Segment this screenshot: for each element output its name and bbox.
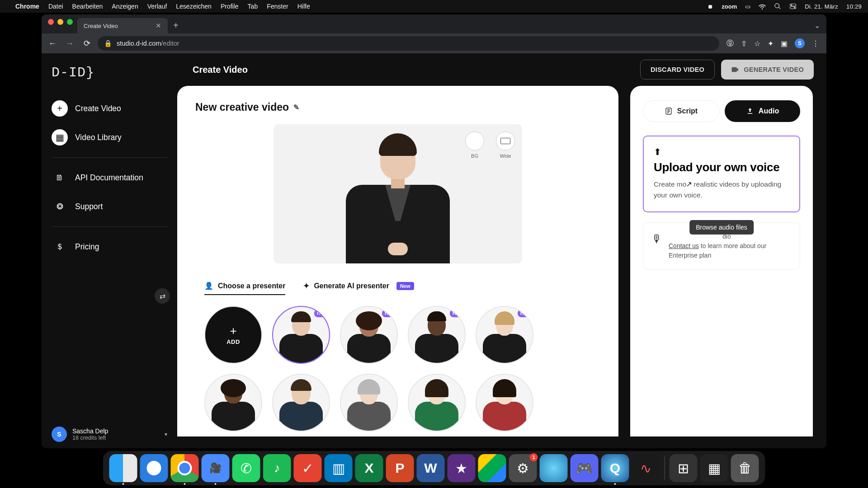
zoom-status[interactable]: zoom (722, 3, 737, 10)
translate-icon[interactable]: ⓖ (726, 39, 734, 48)
dock-chrome[interactable] (171, 454, 199, 482)
dock-word[interactable]: W (417, 454, 445, 482)
dock-launchpad[interactable]: ▦ (700, 454, 728, 482)
dock-trash[interactable]: 🗑 (731, 454, 759, 482)
dock-whatsapp[interactable]: ✆ (232, 454, 260, 482)
user-name: Sascha Delp (72, 427, 108, 435)
app-logo[interactable]: D-ID} (42, 63, 177, 94)
wifi-icon[interactable] (759, 3, 766, 10)
control-center-icon[interactable] (789, 3, 797, 10)
tab-close-button[interactable]: ✕ (156, 22, 161, 30)
edit-title-icon[interactable]: ✎ (293, 103, 299, 112)
presenter-option[interactable]: HQ (476, 306, 533, 364)
menubar-item-fenster[interactable]: Fenster (267, 3, 288, 10)
mouse-cursor-icon (686, 179, 693, 187)
menubar-item-tab[interactable]: Tab (248, 3, 258, 10)
sidebar-toggle-button[interactable]: ⇄ (155, 288, 170, 304)
battery-icon[interactable]: ▭ (745, 3, 750, 10)
presenter-option[interactable]: HQ (272, 306, 330, 364)
dock-imovie[interactable]: ★ (448, 454, 476, 482)
contact-us-link[interactable]: Contact us (669, 242, 699, 249)
sidebar-item-label: API Documentation (75, 173, 143, 183)
background-picker[interactable]: BG (465, 131, 484, 159)
tab-generate-ai-presenter[interactable]: ✦ Generate AI presenter New (303, 277, 414, 295)
menubar-item-lesezeichen[interactable]: Lesezeichen (176, 3, 212, 10)
tab-overflow-button[interactable]: ⌄ (808, 21, 826, 33)
project-title[interactable]: New creative video (195, 101, 289, 113)
presenter-option[interactable]: HQ (340, 306, 398, 364)
aspect-wide-button[interactable]: Wide (496, 131, 515, 159)
menubar-item-profile[interactable]: Profile (221, 3, 239, 10)
profile-avatar[interactable]: S (795, 38, 805, 48)
dock-audio-app[interactable]: ∿ (632, 454, 660, 482)
upload-title: Upload your own voice (654, 161, 789, 174)
add-presenter-button[interactable]: + ADD (204, 306, 262, 364)
dock-app-generic-blue[interactable] (540, 454, 568, 482)
upload-voice-card[interactable]: ⬆︎ Upload your own voice Create morealis… (643, 136, 800, 212)
script-tab-button[interactable]: Script (643, 100, 719, 122)
tab-choose-presenter[interactable]: 👤 Choose a presenter (204, 277, 285, 295)
presenter-option[interactable] (204, 374, 262, 432)
new-badge: New (396, 282, 414, 290)
dock-trello[interactable]: ▥ (325, 454, 353, 482)
presenter-option[interactable]: HQ (408, 306, 466, 364)
sidebar-user-menu[interactable]: S Sascha Delp 18 credits left ▾ (52, 427, 167, 442)
presenter-option[interactable] (272, 374, 330, 432)
browser-tab[interactable]: Create Video ✕ (77, 18, 168, 33)
dock-calculator[interactable]: ⊞ (670, 454, 698, 482)
dock-powerpoint[interactable]: P (386, 454, 414, 482)
search-icon[interactable] (774, 3, 781, 10)
menubar-item-hilfe[interactable]: Hilfe (297, 3, 310, 10)
window-minimize-button[interactable] (57, 19, 63, 25)
share-icon[interactable]: ⇧ (741, 39, 747, 48)
sidebar-item-pricing[interactable]: ＄ Pricing (42, 232, 177, 261)
script-icon (665, 107, 673, 115)
dock-safari[interactable] (140, 454, 168, 482)
dock-spotify[interactable]: ♪ (263, 454, 291, 482)
discard-video-button[interactable]: DISCARD VIDEO (640, 60, 715, 80)
menubar-item-anzeigen[interactable]: Anzeigen (112, 3, 138, 10)
reload-button[interactable]: ⟳ (80, 38, 93, 48)
back-button[interactable]: ← (46, 39, 59, 48)
clone-voice-card[interactable]: Browse audio files 🎙︎ xxxxxxxxxxxxxxxxxd… (643, 222, 800, 270)
presenter-option[interactable] (476, 374, 533, 432)
dock-todoist[interactable]: ✓ (294, 454, 322, 482)
screen-record-icon[interactable]: ⏺ (708, 3, 713, 10)
audio-tab-button[interactable]: Audio (725, 100, 800, 122)
dock-quicktime[interactable]: Q (601, 454, 629, 482)
window-close-button[interactable] (48, 19, 54, 25)
sidebar-divider (52, 157, 167, 158)
sidebar-item-create-video[interactable]: + Create Video (42, 94, 177, 123)
url-path: /editor (161, 40, 179, 47)
menubar-item-verlauf[interactable]: Verlauf (147, 3, 167, 10)
url-bar[interactable]: 🔒 studio.d-id.com/editor (98, 36, 719, 51)
menubar-time[interactable]: 10:29 (846, 3, 862, 10)
menubar-date[interactable]: Di. 21. März (805, 3, 838, 10)
dock-system-settings[interactable]: ⚙1 (509, 454, 537, 482)
dock-discord[interactable]: 🎮 (571, 454, 599, 482)
extensions-icon[interactable]: ✦ (768, 39, 774, 48)
bookmark-star-icon[interactable]: ☆ (754, 39, 760, 48)
sidebar-item-api-docs[interactable]: 🗎 API Documentation (42, 163, 177, 192)
sidepanel-icon[interactable]: ▣ (781, 39, 788, 48)
new-tab-button[interactable]: + (168, 20, 184, 33)
generate-video-button[interactable]: GENERATE VIDEO (721, 60, 814, 80)
project-title-row: New creative video ✎ (195, 101, 600, 113)
presenter-option[interactable] (340, 374, 398, 432)
dock-finder[interactable] (109, 454, 137, 482)
menubar-item-datei[interactable]: Datei (48, 3, 63, 10)
sidebar-item-label: Create Video (75, 104, 121, 113)
forward-button[interactable]: → (63, 39, 76, 48)
sidebar-item-video-library[interactable]: ▦ Video Library (42, 123, 177, 152)
menubar-app-name[interactable]: Chrome (15, 3, 39, 10)
presenter-option[interactable] (408, 374, 466, 432)
kebab-menu-icon[interactable]: ⋮ (812, 39, 819, 48)
sidebar-item-support[interactable]: ❂ Support (42, 192, 177, 221)
dock-google-drive[interactable] (478, 454, 506, 482)
dock-excel[interactable]: X (355, 454, 383, 482)
user-avatar: S (52, 427, 67, 442)
sidebar-divider (52, 226, 167, 227)
window-zoom-button[interactable] (67, 19, 73, 25)
dock-zoom[interactable]: 🎥 (202, 454, 230, 482)
menubar-item-bearbeiten[interactable]: Bearbeiten (72, 3, 103, 10)
